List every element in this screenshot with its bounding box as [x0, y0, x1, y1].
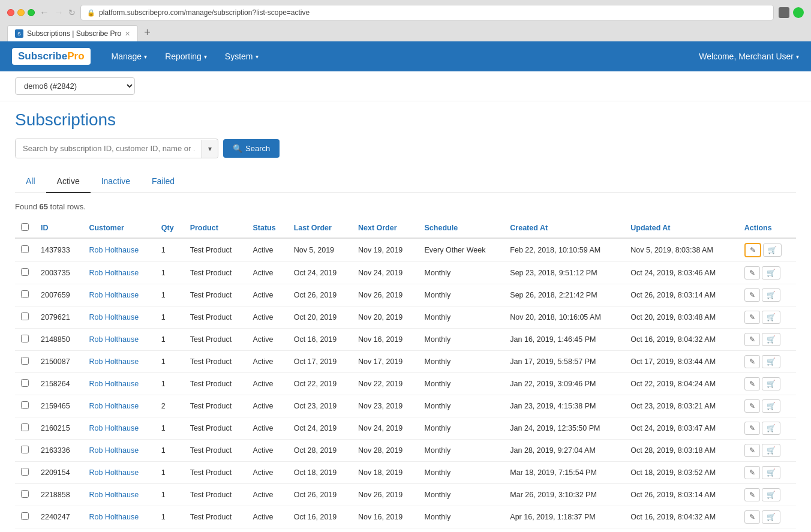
customer-link[interactable]: Rob Holthause	[89, 446, 139, 455]
traffic-light-green[interactable]	[28, 9, 35, 16]
customer-link[interactable]: Rob Holthause	[89, 269, 139, 277]
cart-button[interactable]: 🛒	[762, 510, 780, 524]
edit-button[interactable]: ✎	[744, 243, 761, 257]
cart-button[interactable]: 🛒	[762, 488, 780, 501]
col-created-at[interactable]: Created At	[504, 218, 624, 238]
row-checkbox[interactable]	[21, 446, 29, 453]
row-checkbox[interactable]	[21, 268, 29, 276]
customer-link[interactable]: Rob Holthause	[89, 335, 139, 344]
col-next-order[interactable]: Next Order	[352, 218, 419, 238]
edit-button[interactable]: ✎	[744, 355, 760, 368]
edit-button[interactable]: ✎	[744, 333, 760, 346]
edit-button[interactable]: ✎	[744, 266, 760, 279]
customer-link[interactable]: Rob Holthause	[89, 424, 139, 432]
reload-button[interactable]: ↻	[68, 8, 76, 17]
row-next-order: Nov 16, 2019	[352, 329, 419, 351]
row-checkbox[interactable]	[21, 312, 29, 320]
tab-active[interactable]: Active	[46, 170, 91, 193]
col-id[interactable]: ID	[35, 218, 83, 238]
row-schedule: Monthly	[419, 528, 504, 533]
cart-button[interactable]: 🛒	[762, 266, 780, 279]
col-last-order[interactable]: Last Order	[288, 218, 352, 238]
cart-button[interactable]: 🛒	[762, 422, 780, 435]
customer-link[interactable]: Rob Holthause	[89, 357, 139, 366]
row-checkbox[interactable]	[21, 335, 29, 342]
edit-button[interactable]: ✎	[744, 466, 760, 479]
cart-button[interactable]: 🛒	[762, 466, 780, 479]
row-qty: 1	[155, 528, 184, 533]
select-all-checkbox[interactable]	[21, 223, 29, 231]
nav-reporting[interactable]: Reporting ▾	[156, 41, 216, 71]
row-checkbox[interactable]	[21, 468, 29, 476]
search-button[interactable]: 🔍 Search	[223, 139, 280, 158]
forward-button[interactable]: →	[54, 7, 64, 18]
row-checkbox[interactable]	[21, 379, 29, 387]
row-created-at: Feb 22, 2018, 10:10:59 AM	[504, 238, 624, 262]
col-updated-at[interactable]: Updated At	[624, 218, 738, 238]
col-qty[interactable]: Qty	[155, 218, 184, 238]
new-tab-button[interactable]: +	[139, 26, 155, 41]
row-checkbox[interactable]	[21, 423, 29, 431]
edit-button[interactable]: ✎	[744, 311, 760, 324]
cart-button[interactable]: 🛒	[763, 244, 782, 257]
tab-all[interactable]: All	[15, 170, 46, 193]
active-tab[interactable]: S Subscriptions | Subscribe Pro ✕	[7, 25, 138, 41]
address-bar[interactable]: 🔒 platform.subscribepro.com/manage/subsc…	[80, 5, 774, 20]
traffic-light-yellow[interactable]	[17, 9, 25, 16]
col-product[interactable]: Product	[184, 218, 247, 238]
nav-manage[interactable]: Manage ▾	[103, 41, 157, 71]
cart-button[interactable]: 🛒	[762, 444, 780, 457]
customer-link[interactable]: Rob Holthause	[89, 402, 139, 410]
merchant-selector[interactable]: demo6 (#2842)	[15, 77, 135, 95]
edit-button[interactable]: ✎	[744, 444, 760, 457]
col-schedule[interactable]: Schedule	[419, 218, 504, 238]
search-input[interactable]	[16, 139, 202, 158]
row-checkbox[interactable]	[21, 512, 29, 520]
user-menu[interactable]: Welcome, Merchant User ▾	[699, 52, 799, 61]
tab-close-icon[interactable]: ✕	[125, 30, 130, 38]
row-status: Active	[247, 262, 287, 284]
edit-button[interactable]: ✎	[744, 510, 760, 524]
lock-icon: 🔒	[87, 9, 95, 17]
row-updated-at: Oct 18, 2019, 8:03:52 AM	[624, 462, 738, 484]
row-checkbox[interactable]	[21, 490, 29, 498]
tab-inactive[interactable]: Inactive	[91, 170, 141, 193]
edit-button[interactable]: ✎	[744, 288, 760, 302]
col-customer[interactable]: Customer	[83, 218, 155, 238]
top-nav: SubscribePro Manage ▾ Reporting ▾ System…	[0, 41, 811, 71]
row-id: 2160215	[35, 417, 83, 440]
row-last-order: Oct 16, 2019	[288, 506, 352, 528]
row-checkbox[interactable]	[21, 245, 29, 253]
row-schedule: Monthly	[419, 506, 504, 528]
traffic-light-red[interactable]	[7, 9, 14, 16]
cart-button[interactable]: 🛒	[762, 355, 780, 368]
edit-button[interactable]: ✎	[744, 488, 760, 501]
row-checkbox[interactable]	[21, 357, 29, 365]
edit-button[interactable]: ✎	[744, 422, 760, 435]
customer-link[interactable]: Rob Holthause	[89, 313, 139, 321]
edit-button[interactable]: ✎	[744, 377, 760, 390]
cart-button[interactable]: 🛒	[762, 399, 780, 413]
customer-link[interactable]: Rob Holthause	[89, 513, 139, 521]
cart-button[interactable]: 🛒	[762, 333, 780, 346]
tab-failed[interactable]: Failed	[141, 170, 185, 193]
customer-link[interactable]: Rob Holthause	[89, 380, 139, 388]
search-dropdown-button[interactable]: ▾	[202, 140, 218, 158]
customer-link[interactable]: Rob Holthause	[89, 491, 139, 499]
row-qty: 1	[155, 462, 184, 484]
row-next-order: Nov 22, 2019	[352, 373, 419, 395]
row-checkbox[interactable]	[21, 290, 29, 298]
row-checkbox[interactable]	[21, 401, 29, 409]
edit-button[interactable]: ✎	[744, 399, 760, 413]
nav-system[interactable]: System ▾	[216, 41, 268, 71]
logo[interactable]: SubscribePro	[12, 48, 91, 65]
customer-link[interactable]: Rob Holthause	[89, 291, 139, 299]
col-status[interactable]: Status	[247, 218, 287, 238]
table-row: 2003735 Rob Holthause 1 Test Product Act…	[15, 262, 796, 284]
back-button[interactable]: ←	[40, 7, 49, 18]
customer-link[interactable]: Rob Holthause	[89, 468, 139, 477]
cart-button[interactable]: 🛒	[762, 288, 780, 302]
customer-link[interactable]: Rob Holthause	[89, 246, 139, 254]
cart-button[interactable]: 🛒	[762, 311, 780, 324]
cart-button[interactable]: 🛒	[762, 377, 780, 390]
